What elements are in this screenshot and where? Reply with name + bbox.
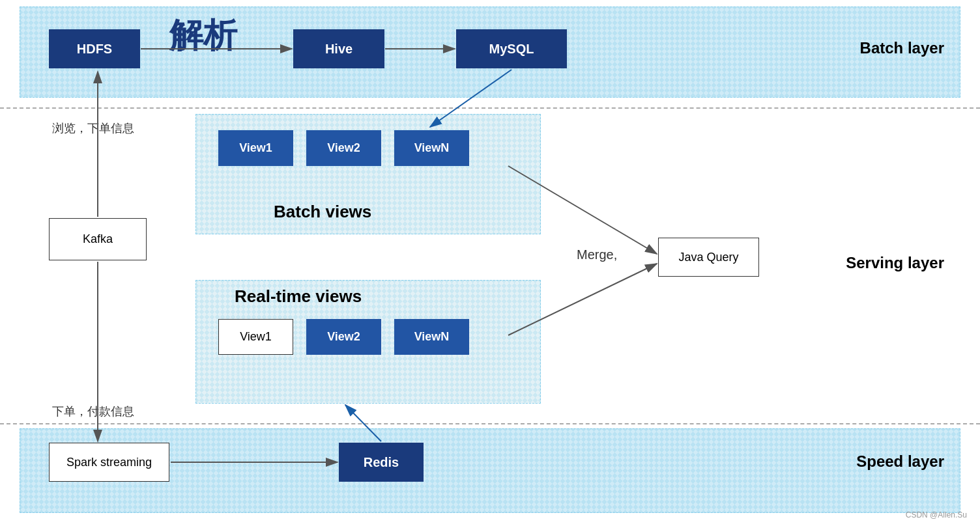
spark-box: Spark streaming (49, 443, 169, 482)
divider-bottom (0, 423, 980, 424)
hive-box: Hive (293, 29, 384, 68)
merge-label: Merge, (577, 247, 617, 262)
watermark: CSDN @Allen.Su (906, 510, 967, 519)
browse-order-label: 浏览，下单信息 (52, 120, 134, 136)
batch-views-title: Batch views (274, 202, 371, 222)
diagram-container: 解析 HDFS Hive MySQL Batch layer Serving l… (0, 0, 980, 526)
order-payment-label: 下单，付款信息 (52, 404, 134, 419)
batch-view1-box: View1 (218, 130, 293, 166)
realtime-views-title: Real-time views (235, 286, 362, 307)
batch-viewN-box: ViewN (394, 130, 469, 166)
kafka-box: Kafka (49, 218, 147, 260)
rt-view1-box: View1 (218, 319, 293, 355)
mysql-box: MySQL (456, 29, 567, 68)
rt-view2-box: View2 (306, 319, 381, 355)
redis-box: Redis (339, 443, 424, 482)
batch-view2-box: View2 (306, 130, 381, 166)
batch-layer-label: Batch layer (860, 39, 944, 57)
hdfs-box: HDFS (49, 29, 140, 68)
rt-viewN-box: ViewN (394, 319, 469, 355)
speed-layer-label: Speed layer (856, 452, 944, 471)
divider-top (0, 107, 980, 109)
serving-layer-label: Serving layer (846, 254, 944, 272)
cn-title: 解析 (169, 13, 237, 59)
java-query-box: Java Query (658, 238, 759, 277)
